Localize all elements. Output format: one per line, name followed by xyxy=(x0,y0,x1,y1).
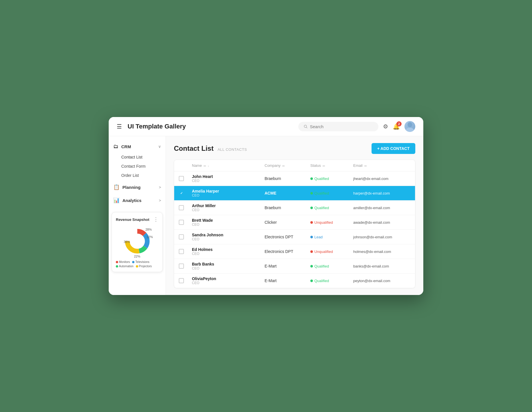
table-row[interactable]: Barb Banks CEO E-Mart Qualified banks@dx… xyxy=(174,259,415,274)
legend-item-monitors: Monitors xyxy=(116,260,130,264)
status-badge: Unqualified xyxy=(310,220,353,225)
row-checkbox[interactable] xyxy=(179,234,184,239)
th-company-label: Company xyxy=(265,163,281,168)
status-badge: Qualified xyxy=(310,264,353,268)
row-checkbox-cell xyxy=(179,191,192,196)
row-checkbox[interactable] xyxy=(179,249,184,254)
status-filter-icon[interactable]: ⚌ xyxy=(322,164,325,167)
table-row[interactable]: OliviaPeyton CEO E-Mart Qualified peyton… xyxy=(174,274,415,288)
contact-name-cell: OliviaPeyton CEO xyxy=(192,276,265,285)
sidebar-item-contact-list[interactable]: Contact List xyxy=(109,152,166,162)
row-checkbox[interactable] xyxy=(179,278,184,283)
svg-point-8 xyxy=(130,234,144,248)
th-status-label: Status xyxy=(310,163,321,168)
row-checkbox-cell xyxy=(179,278,192,283)
table-row[interactable]: Amelia Harper CEO ACME Qualified harper@… xyxy=(174,186,415,201)
analytics-icon: 📊 xyxy=(113,197,120,203)
table-row[interactable]: Sandra Johnson CEO Electronics DPT Lead … xyxy=(174,230,415,244)
contact-name-cell: John Heart CEO xyxy=(192,174,265,183)
analytics-chevron: > xyxy=(159,198,161,203)
contact-role: CEO xyxy=(192,193,265,197)
contacts-table: Name ⚌ ↓ Company ⚌ Status ⚌ Email ⚌ xyxy=(174,160,415,288)
menu-icon[interactable]: ☰ xyxy=(117,123,122,130)
legend-item-automation: Automation xyxy=(116,265,134,268)
sidebar: 🗂 CRM ∨ Contact List Contact Form Order … xyxy=(109,136,166,295)
avatar[interactable] xyxy=(404,121,415,132)
name-filter-icon[interactable]: ⚌ xyxy=(203,164,206,167)
notification-button[interactable]: 🔔 2 xyxy=(393,123,400,130)
search-input[interactable] xyxy=(310,124,373,129)
table-body: John Heart CEO Braeburn Qualified jheart… xyxy=(174,171,415,288)
contact-email: holmes@dx-email.com xyxy=(353,249,410,254)
svg-point-3 xyxy=(406,128,414,132)
contact-company: E-Mart xyxy=(265,278,310,283)
settings-icon[interactable]: ⚙ xyxy=(383,123,388,130)
th-company[interactable]: Company ⚌ xyxy=(265,163,310,168)
contact-name: Ed Holmes xyxy=(192,247,265,252)
contact-role: CEO xyxy=(192,252,265,256)
company-filter-icon[interactable]: ⚌ xyxy=(282,164,285,167)
search-bar[interactable] xyxy=(298,122,378,131)
sidebar-item-crm[interactable]: 🗂 CRM ∨ xyxy=(109,141,166,152)
status-badge: Unqualified xyxy=(310,249,353,254)
th-name-label: Name xyxy=(192,163,202,168)
row-checkbox-cell xyxy=(179,234,192,239)
name-sort-icon[interactable]: ↓ xyxy=(208,164,209,167)
th-status[interactable]: Status ⚌ xyxy=(310,163,353,168)
monitors-label: Monitors xyxy=(119,260,130,264)
app-title: UI Template Gallery xyxy=(128,123,294,130)
table-header: Name ⚌ ↓ Company ⚌ Status ⚌ Email ⚌ xyxy=(174,160,415,171)
legend-item-televisions: Televisions xyxy=(132,260,149,264)
status-badge: Qualified xyxy=(310,279,353,283)
contact-email: harper@dx-email.com xyxy=(353,191,410,195)
contact-name-cell: Ed Holmes CEO xyxy=(192,247,265,256)
status-text: Qualified xyxy=(314,206,329,210)
status-badge: Lead xyxy=(310,235,353,239)
pct-bottom: 22% xyxy=(134,255,140,258)
status-text: Qualified xyxy=(314,279,329,283)
svg-point-0 xyxy=(304,125,306,127)
page-subtitle: ALL CONTACTS xyxy=(218,147,247,152)
table-row[interactable]: John Heart CEO Braeburn Qualified jheart… xyxy=(174,171,415,186)
sidebar-item-analytics[interactable]: 📊 Analytics > xyxy=(109,194,166,206)
legend-item-projectors: Projectors xyxy=(136,265,152,268)
row-checkbox[interactable] xyxy=(179,264,184,269)
contact-email: peyton@dx-email.com xyxy=(353,279,410,283)
content-header: Contact List ALL CONTACTS + ADD CONTACT xyxy=(174,143,415,154)
contact-email: banks@dx-email.com xyxy=(353,264,410,268)
th-email[interactable]: Email ⚌ xyxy=(353,163,410,168)
th-name[interactable]: Name ⚌ ↓ xyxy=(192,163,265,168)
row-checkbox[interactable] xyxy=(179,205,184,210)
notification-badge: 2 xyxy=(396,121,402,126)
status-dot xyxy=(310,221,313,224)
status-text: Qualified xyxy=(314,191,329,195)
revenue-widget-menu[interactable]: ⋮ xyxy=(153,216,158,223)
table-row[interactable]: Ed Holmes CEO Electronics DPT Unqualifie… xyxy=(174,244,415,259)
row-checkbox[interactable] xyxy=(179,191,184,196)
email-filter-icon[interactable]: ⚌ xyxy=(364,164,367,167)
sidebar-item-planning[interactable]: 📋 Planning > xyxy=(109,181,166,193)
contact-name-cell: Arthur Miller CEO xyxy=(192,203,265,212)
add-contact-button[interactable]: + ADD CONTACT xyxy=(372,143,415,154)
crm-icon: 🗂 xyxy=(113,144,118,150)
automation-label: Automation xyxy=(119,265,134,268)
contact-role: CEO xyxy=(192,223,265,227)
status-dot xyxy=(310,192,313,195)
status-text: Lead xyxy=(314,235,323,239)
contact-name-cell: Amelia Harper CEO xyxy=(192,189,265,197)
donut-wrap: 38% 22% 28% 12% xyxy=(122,225,153,258)
contact-role: CEO xyxy=(192,208,265,212)
contact-company: Clicker xyxy=(265,220,310,225)
table-row[interactable]: Arthur Miller CEO Braeburn Qualified ami… xyxy=(174,201,415,215)
sidebar-item-contact-form[interactable]: Contact Form xyxy=(109,162,166,171)
analytics-section: 📊 Analytics > xyxy=(109,194,166,206)
televisions-label: Televisions xyxy=(135,260,149,264)
row-checkbox[interactable] xyxy=(179,176,184,181)
table-row[interactable]: Brett Wade CEO Clicker Unqualified awade… xyxy=(174,215,415,230)
row-checkbox-cell xyxy=(179,220,192,225)
row-checkbox[interactable] xyxy=(179,220,184,225)
status-dot xyxy=(310,236,313,238)
sidebar-item-order-list[interactable]: Order List xyxy=(109,171,166,180)
pct-right: 12% xyxy=(146,235,153,239)
crm-submenu: Contact List Contact Form Order List xyxy=(109,152,166,180)
